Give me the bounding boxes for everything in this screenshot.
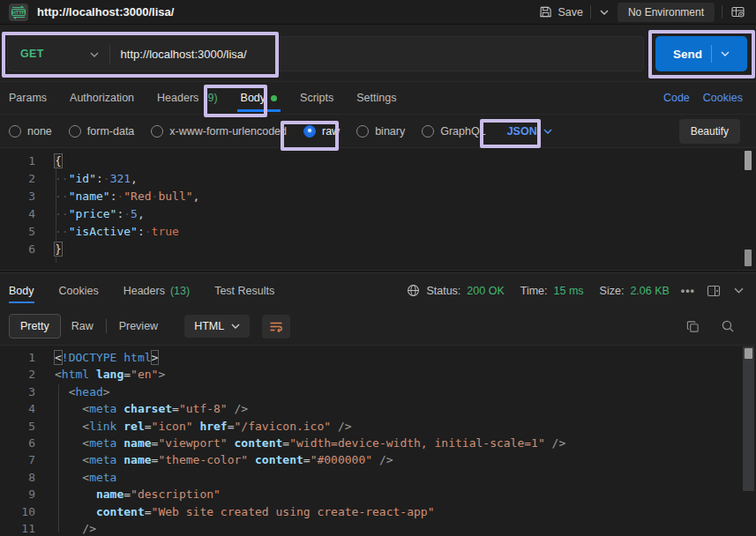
- app-header: HTTP http://localhost:3000/lisa/ Save No…: [0, 0, 756, 25]
- line-number: 2: [0, 170, 35, 188]
- code-line: 6 <meta name="viewport" content="width=d…: [0, 435, 756, 451]
- environment-quick-look-icon[interactable]: [730, 4, 747, 20]
- body-modified-dot: [271, 95, 277, 101]
- method-selector[interactable]: GET: [8, 48, 53, 60]
- response-meta: Status: 200 OK Time: 15 ms Size: 2.06 KB…: [407, 284, 747, 297]
- code-line: 5 <link rel="icon" href="/favicon.ico" /…: [0, 418, 756, 435]
- request-body-editor[interactable]: 1{2··"id":·321,3··"name":·"Red·bull",4··…: [0, 148, 756, 270]
- time-value[interactable]: 15 ms: [554, 285, 584, 297]
- tab-params[interactable]: Params: [9, 82, 47, 114]
- line-number: 3: [0, 188, 35, 205]
- response-body-editor[interactable]: 1<!DOCTYPE html>2<html lang="en">3 <head…: [0, 345, 756, 536]
- divider: [711, 45, 712, 63]
- svg-text:HTTP: HTTP: [12, 10, 26, 15]
- response-tab-body[interactable]: Body: [9, 273, 34, 308]
- chevron-down-icon: [543, 129, 552, 134]
- response-language-dropdown[interactable]: HTML: [184, 315, 250, 338]
- body-type-x-www-form-urlencoded[interactable]: x-www-form-urlencoded: [151, 125, 287, 138]
- url-input-container: GET http://localhost:3000/lisa/: [7, 36, 644, 71]
- response-editor-scrollbar-thumb[interactable]: [745, 348, 752, 359]
- size-value[interactable]: 2.06 KB: [630, 285, 669, 297]
- copy-response-icon[interactable]: [686, 320, 700, 333]
- code-line: 8 <meta: [0, 469, 756, 486]
- save-options-chevron[interactable]: [598, 8, 610, 17]
- response-format-bar: Pretty Raw Preview HTML: [0, 308, 756, 345]
- response-tab-test-results[interactable]: Test Results: [214, 273, 274, 308]
- line-number: 5: [0, 223, 35, 241]
- body-language-dropdown[interactable]: JSON: [507, 125, 552, 138]
- response-tab-headers[interactable]: Headers (13): [124, 273, 190, 308]
- status-value[interactable]: 200 OK: [467, 285, 504, 297]
- tab-authorization[interactable]: Authorization: [70, 82, 134, 114]
- headers-count-badge: (9): [204, 92, 217, 104]
- code-line: 1<!DOCTYPE html>: [0, 349, 756, 366]
- wrap-text-button[interactable]: [262, 315, 290, 339]
- body-type-none[interactable]: none: [9, 125, 52, 138]
- wrap-text-icon: [269, 321, 283, 332]
- divider: [106, 319, 107, 333]
- divider: [722, 5, 722, 19]
- request-editor-scrollbar-thumb[interactable]: [745, 151, 752, 170]
- line-number: 7: [0, 451, 35, 468]
- radio-icon: [151, 125, 163, 138]
- code-line: 7 <meta name="theme-color" content="#000…: [0, 451, 756, 468]
- tab-headers[interactable]: Headers (9): [157, 82, 218, 114]
- body-type-form-data[interactable]: form-data: [69, 125, 135, 138]
- view-pretty[interactable]: Pretty: [9, 314, 61, 339]
- response-tabs: Body Cookies Headers (13) Test Results S…: [0, 273, 756, 308]
- code-line: 4 <meta charset="utf-8" />: [0, 400, 756, 417]
- code-line: 4··"price":·5,: [0, 205, 756, 223]
- body-type-raw[interactable]: raw: [303, 125, 340, 138]
- code-line: 10 content="Web site created using creat…: [0, 503, 756, 520]
- response-editor-scrollbar[interactable]: [743, 346, 754, 491]
- send-button[interactable]: Send: [655, 36, 747, 71]
- code-line: 11 />: [0, 520, 756, 536]
- line-number: 2: [0, 366, 35, 383]
- radio-icon: [356, 125, 369, 138]
- radio-icon: [9, 125, 21, 138]
- save-label: Save: [558, 6, 583, 19]
- collapse-response-chevron-icon[interactable]: [734, 287, 744, 294]
- request-editor-scrollbar-thumb-bottom[interactable]: [745, 249, 752, 266]
- cookies-link[interactable]: Cookies: [703, 92, 743, 104]
- save-icon: [539, 5, 552, 19]
- line-number: 4: [0, 205, 35, 223]
- method-chevron-icon[interactable]: [90, 48, 99, 60]
- response-tab-cookies[interactable]: Cookies: [59, 273, 99, 308]
- code-line: 5··"isActive":·true: [0, 223, 756, 241]
- body-type-binary[interactable]: binary: [356, 125, 405, 138]
- save-button[interactable]: Save: [539, 5, 583, 19]
- body-type-selector-row: none form-data x-www-form-urlencoded raw…: [0, 115, 756, 148]
- size-label: Size:: [600, 285, 625, 297]
- code-line: 6}: [0, 241, 756, 258]
- tab-scripts[interactable]: Scripts: [300, 82, 333, 114]
- view-preview[interactable]: Preview: [109, 315, 168, 338]
- request-tab-title[interactable]: http://localhost:3000/lisa/: [37, 5, 174, 19]
- tab-settings[interactable]: Settings: [356, 82, 396, 114]
- search-response-icon[interactable]: [721, 319, 735, 333]
- beautify-button[interactable]: Beautify: [679, 119, 740, 144]
- code-line: 2<html lang="en">: [0, 366, 756, 383]
- code-line: 9 name="description": [0, 486, 756, 502]
- radio-selected-icon: [303, 125, 316, 138]
- request-url-bar: GET http://localhost:3000/lisa/ Send: [0, 25, 756, 82]
- view-mode-switcher: Pretty Raw Preview: [9, 314, 168, 339]
- body-type-graphql[interactable]: GraphQL: [422, 125, 485, 138]
- status-label: Status:: [426, 285, 460, 297]
- radio-icon: [422, 125, 434, 138]
- tab-body[interactable]: Body: [241, 82, 278, 114]
- line-number: 6: [0, 435, 35, 451]
- code-line: 3 <head>: [0, 383, 756, 400]
- http-request-icon: HTTP: [9, 4, 28, 21]
- more-actions-button[interactable]: •••: [681, 285, 695, 297]
- code-link[interactable]: Code: [663, 92, 690, 104]
- time-label: Time:: [520, 285, 548, 297]
- chevron-down-icon: [231, 324, 240, 329]
- line-number: 11: [0, 520, 35, 536]
- send-options-chevron-icon[interactable]: [721, 51, 730, 56]
- environment-selector[interactable]: No Environment: [618, 3, 715, 22]
- url-input[interactable]: http://localhost:3000/lisa/: [121, 48, 247, 61]
- pane-layout-icon[interactable]: [707, 285, 721, 297]
- globe-icon: [407, 284, 420, 297]
- view-raw[interactable]: Raw: [61, 315, 104, 338]
